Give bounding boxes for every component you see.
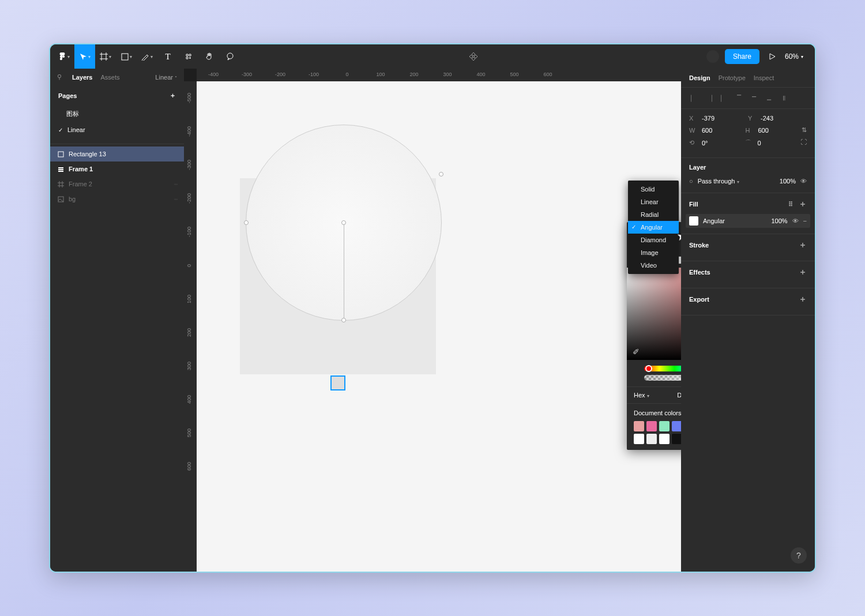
- fill-swatch[interactable]: [689, 216, 698, 226]
- eyedropper-icon[interactable]: ✐: [633, 347, 640, 356]
- color-swatch[interactable]: [646, 421, 657, 431]
- page-selector[interactable]: Linear ˄: [155, 74, 177, 81]
- align-hcenter-icon[interactable]: ⎹: [703, 92, 714, 104]
- add-fill-button[interactable]: ＋: [799, 199, 807, 208]
- corners-icon[interactable]: ⛶: [800, 138, 807, 147]
- figma-menu-button[interactable]: ▾: [54, 44, 74, 69]
- radius-input[interactable]: 0: [758, 140, 761, 147]
- gradient-circle[interactable]: [246, 125, 442, 321]
- hash-icon: [57, 181, 64, 187]
- text-tool-button[interactable]: T: [157, 44, 178, 69]
- layers-tab[interactable]: Layers: [72, 74, 92, 81]
- h-input[interactable]: 600: [758, 127, 769, 134]
- share-button[interactable]: Share: [725, 49, 759, 64]
- canvas[interactable]: [197, 81, 681, 572]
- effects-section-label: Effects: [689, 269, 710, 276]
- hidden-icon[interactable]: ┉: [174, 181, 177, 187]
- color-field[interactable]: [627, 268, 681, 360]
- inspect-tab[interactable]: Inspect: [754, 74, 774, 81]
- dropdown-item-image[interactable]: Image: [628, 246, 679, 259]
- ruler-vertical: -500-400-300-200-1000100200300400500600: [184, 81, 197, 572]
- hand-tool-button[interactable]: [199, 44, 220, 69]
- page-row[interactable]: 图标: [50, 106, 184, 122]
- remove-fill-button[interactable]: −: [803, 217, 807, 224]
- blend-icon[interactable]: ○: [689, 178, 693, 185]
- layer-opacity-input[interactable]: 100%: [780, 178, 796, 185]
- geometry-section: X-379 Y-243 W600 H600 ⇅ ⟲0° ⌒0 ⛶: [681, 109, 815, 158]
- gradient-handle[interactable]: [439, 172, 443, 176]
- constrain-icon[interactable]: ⇅: [802, 126, 807, 134]
- color-swatch-grid: [634, 421, 681, 444]
- distribute-icon[interactable]: ⫴: [778, 92, 789, 104]
- hue-slider[interactable]: [644, 366, 681, 371]
- color-mode-select[interactable]: Hex ▾: [634, 392, 649, 399]
- gradient-handle[interactable]: [341, 220, 346, 225]
- color-swatch[interactable]: [672, 421, 681, 431]
- color-swatch[interactable]: [659, 434, 670, 444]
- alpha-slider[interactable]: [644, 375, 681, 381]
- dropdown-item-diamond[interactable]: Diamond: [628, 234, 679, 246]
- present-button[interactable]: [765, 44, 779, 69]
- selection-box[interactable]: [330, 375, 345, 390]
- resources-tool-button[interactable]: [178, 44, 199, 69]
- fill-opacity-input[interactable]: 100%: [771, 217, 787, 224]
- doc-colors-header[interactable]: Document colors ▾: [634, 410, 681, 416]
- zoom-control[interactable]: 60%▾: [785, 52, 803, 61]
- fill-type-label[interactable]: Angular: [703, 217, 725, 224]
- comment-tool-button[interactable]: [220, 44, 240, 69]
- fill-type-dropdown: Solid Linear Radial Angular Diamond Imag…: [628, 181, 679, 274]
- color-swatch[interactable]: [634, 421, 644, 431]
- layer-row[interactable]: Rectangle 13: [50, 147, 184, 161]
- move-tool-button[interactable]: ▾: [74, 44, 95, 69]
- right-panel: Design Prototype Inspect ⎸ ⎹ ⎸ ⎺ ⎻ ⎽ ⫴ X…: [681, 69, 815, 572]
- add-effect-button[interactable]: ＋: [799, 267, 807, 277]
- add-page-button[interactable]: ＋: [170, 91, 176, 100]
- dropdown-item-video[interactable]: Video: [628, 259, 679, 272]
- dropdown-item-radial[interactable]: Radial: [628, 208, 679, 221]
- pen-tool-button[interactable]: ▾: [137, 44, 157, 69]
- layer-row[interactable]: Frame 1: [50, 161, 184, 176]
- frame-icon: [57, 166, 64, 172]
- visibility-icon[interactable]: 👁: [800, 178, 807, 185]
- x-input[interactable]: -379: [702, 115, 714, 122]
- gradient-handle[interactable]: [244, 220, 249, 225]
- top-toolbar: ▾ ▾ ▾ ▾ ▾ T Share 60%▾: [50, 44, 815, 69]
- frame-tool-button[interactable]: ▾: [95, 44, 116, 69]
- align-bottom-icon[interactable]: ⎽: [763, 92, 774, 104]
- layer-row[interactable]: bg ┉: [50, 191, 184, 206]
- search-icon[interactable]: ⚲: [57, 73, 62, 81]
- shape-tool-button[interactable]: ▾: [116, 44, 137, 69]
- app-window: ▾ ▾ ▾ ▾ ▾ T Share 60%▾ ⚲ Layers Assets L…: [49, 43, 816, 573]
- align-right-icon[interactable]: ⎸: [718, 92, 729, 104]
- canvas-area[interactable]: -400-300-200-1000100200300400500600 -500…: [184, 69, 681, 572]
- design-tab[interactable]: Design: [689, 74, 710, 81]
- w-input[interactable]: 600: [702, 127, 712, 134]
- y-input[interactable]: -243: [761, 115, 773, 122]
- dropdown-item-angular[interactable]: Angular: [628, 221, 679, 234]
- layer-row[interactable]: Frame 2 ┉: [50, 176, 184, 191]
- dropdown-item-solid[interactable]: Solid: [628, 183, 679, 196]
- color-swatch[interactable]: [646, 434, 657, 444]
- style-icon[interactable]: ⠿: [788, 201, 793, 208]
- color-swatch[interactable]: [634, 434, 644, 444]
- assets-tab[interactable]: Assets: [100, 74, 119, 81]
- blend-mode-select[interactable]: Pass through ▾: [698, 178, 739, 185]
- hidden-icon[interactable]: ┉: [174, 196, 177, 202]
- align-left-icon[interactable]: ⎸: [688, 92, 699, 104]
- visibility-icon[interactable]: 👁: [792, 217, 799, 224]
- align-vcenter-icon[interactable]: ⎻: [748, 92, 759, 104]
- prototype-tab[interactable]: Prototype: [719, 74, 746, 81]
- add-stroke-button[interactable]: ＋: [799, 240, 807, 250]
- avatar[interactable]: [706, 50, 719, 63]
- add-export-button[interactable]: ＋: [799, 294, 807, 305]
- hex-input[interactable]: D9D9D9: [655, 392, 681, 399]
- gradient-handle[interactable]: [341, 318, 346, 322]
- align-controls: ⎸ ⎹ ⎸ ⎺ ⎻ ⎽ ⫴: [681, 88, 815, 109]
- color-swatch[interactable]: [659, 421, 670, 431]
- color-swatch[interactable]: [672, 434, 681, 444]
- help-button[interactable]: ?: [791, 547, 807, 564]
- dropdown-item-linear[interactable]: Linear: [628, 196, 679, 208]
- page-row[interactable]: Linear: [50, 122, 184, 137]
- align-top-icon[interactable]: ⎺: [733, 92, 744, 104]
- rotation-input[interactable]: 0°: [702, 140, 708, 147]
